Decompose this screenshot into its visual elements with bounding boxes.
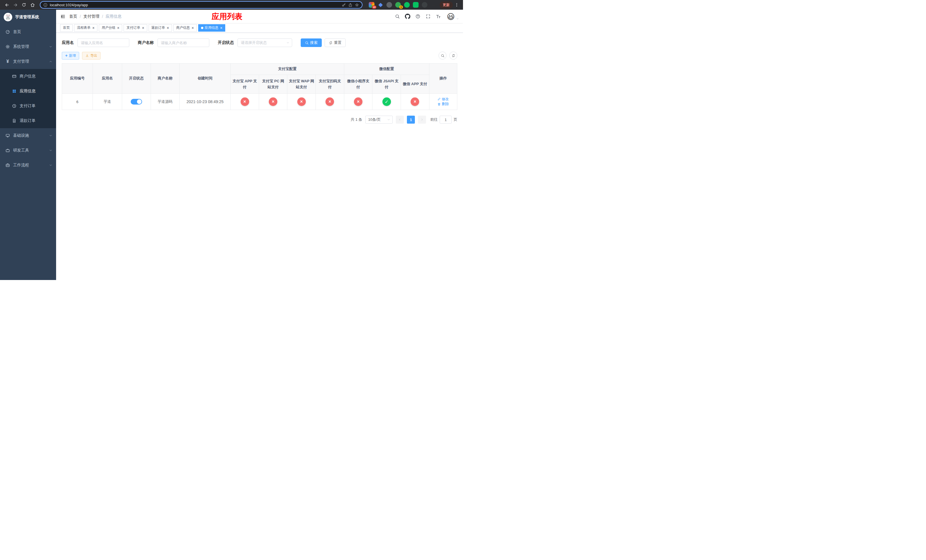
sidebar-item-dev-tools[interactable]: 研发工具 [0, 143, 56, 158]
tab-home[interactable]: 首页 [60, 24, 73, 32]
col-app-name: 应用名 [93, 64, 122, 94]
close-icon[interactable]: × [167, 26, 169, 30]
app-logo[interactable]: 🐰 芋道管理系统 [0, 10, 56, 24]
search-button[interactable]: 搜索 [301, 38, 322, 47]
extension-green-square-icon[interactable] [413, 2, 419, 8]
close-icon[interactable]: × [192, 26, 194, 30]
page-number-button[interactable]: 1 [407, 116, 415, 124]
toggle-search-button[interactable] [439, 51, 446, 59]
reset-button[interactable]: 重置 [325, 38, 346, 47]
merchant-name-input[interactable] [157, 38, 209, 47]
edit-button[interactable]: 修改 [437, 97, 449, 102]
sidebar-item-refund-orders[interactable]: 退款订单 [0, 114, 56, 128]
chevron-left-icon [398, 118, 401, 121]
tab-process-form[interactable]: 流程表单× [74, 24, 97, 32]
close-icon[interactable]: × [220, 26, 222, 30]
browser-update-button[interactable]: 更新 [440, 2, 453, 9]
extension-pin-icon[interactable] [422, 2, 427, 8]
sidebar-item-app-info[interactable]: 应用信息 [0, 84, 56, 98]
export-button[interactable]: 导出 [82, 52, 100, 59]
add-button[interactable]: + 新增 [62, 52, 79, 59]
cell-actions: 修改 删除 [429, 94, 457, 110]
avatar[interactable]: 😃 [446, 12, 455, 21]
extension-dark-icon[interactable] [386, 2, 392, 8]
status-label: 开启状态 [218, 40, 234, 45]
fullscreen-button[interactable] [424, 12, 433, 21]
search-icon [305, 41, 309, 45]
github-button[interactable] [403, 12, 412, 21]
tab-app-info[interactable]: 应用信息× [198, 24, 225, 32]
tab-refund-orders[interactable]: 退款订单× [149, 24, 172, 32]
browser-menu-button[interactable] [453, 1, 460, 9]
extension-green-icon[interactable]: 1 [395, 2, 401, 8]
alipay-pc-status-icon: × [269, 97, 277, 106]
font-size-button[interactable] [434, 12, 443, 21]
bookmark-star-icon[interactable] [355, 3, 359, 7]
extension-wechat-icon[interactable] [404, 2, 410, 8]
extension-badge: 10 [372, 5, 377, 9]
extension-emoji-icon[interactable]: 😀 [431, 2, 436, 8]
sidebar-item-home[interactable]: 首页 [0, 24, 56, 39]
gear-icon [5, 44, 10, 49]
browser-forward-button[interactable] [11, 1, 20, 9]
extension-grid-icon[interactable]: 10 [369, 2, 374, 8]
col-alipay-app: 支付宝 APP 支付 [231, 75, 259, 94]
close-icon[interactable]: × [92, 26, 95, 30]
share-icon[interactable] [348, 3, 353, 7]
download-icon [85, 54, 89, 57]
browser-back-button[interactable] [3, 1, 11, 9]
password-key-icon[interactable] [342, 3, 346, 7]
address-bar[interactable]: localhost:1024/pay/app [40, 1, 363, 9]
sidebar-item-infrastructure[interactable]: 基础设施 [0, 128, 56, 143]
site-info-icon[interactable] [43, 3, 48, 7]
hamburger-icon [61, 14, 65, 19]
extension-gem-icon[interactable] [378, 2, 383, 8]
extension-badge: 1 [399, 5, 403, 9]
delete-button[interactable]: 删除 [437, 102, 449, 106]
workflow-icon [5, 163, 10, 168]
close-icon[interactable]: × [142, 26, 144, 30]
sidebar-item-workflow[interactable]: 工作流程 [0, 158, 56, 173]
next-page-button[interactable] [418, 116, 426, 124]
tab-user-group[interactable]: 用户分组× [99, 24, 122, 32]
chevron-down-icon [49, 134, 52, 137]
github-icon [405, 14, 410, 19]
cell-merchant: 芋道源码 [151, 94, 179, 110]
goto-page-input[interactable] [440, 116, 452, 124]
sidebar-toggle-button[interactable] [58, 10, 68, 23]
browser-home-button[interactable] [29, 1, 36, 9]
cell-status [122, 94, 151, 110]
breadcrumb-home[interactable]: 首页 [69, 14, 77, 19]
alipay-wap-status-icon: × [297, 97, 306, 106]
url-text[interactable]: localhost:1024/pay/app [50, 3, 339, 7]
toolbox-icon [5, 148, 10, 153]
status-select[interactable]: 请选择开启状态 [238, 38, 292, 47]
main-area: 首页 / 支付管理 / 应用信息 应用列表 [56, 10, 463, 280]
forward-arrow-icon [13, 3, 18, 8]
prev-page-button[interactable] [396, 116, 404, 124]
sidebar-item-pay-orders[interactable]: 支付订单 [0, 98, 56, 114]
clock-icon [12, 104, 17, 108]
fullscreen-icon [426, 14, 431, 19]
help-button[interactable] [413, 12, 422, 21]
sidebar-item-system[interactable]: 系统管理 [0, 39, 56, 54]
refresh-table-button[interactable] [449, 51, 457, 59]
tab-merchant-info[interactable]: 商户信息× [173, 24, 197, 32]
header-search-button[interactable] [393, 12, 402, 21]
alipay-app-status-icon: × [241, 97, 249, 106]
pagination: 共 1 条 10条/页 1 前往 页 [62, 116, 457, 124]
col-alipay-qr: 支付宝扫码支付 [316, 75, 344, 94]
close-icon[interactable]: × [117, 26, 119, 30]
sidebar-item-payment[interactable]: ¥ 支付管理 [0, 54, 56, 69]
app-name-input[interactable] [77, 38, 129, 47]
page-size-select[interactable]: 10条/页 [365, 116, 393, 124]
breadcrumb-payment[interactable]: 支付管理 [83, 14, 99, 19]
status-toggle[interactable] [131, 99, 142, 104]
user-menu[interactable]: 😃 [446, 12, 459, 21]
tab-pay-orders[interactable]: 支付订单× [124, 24, 147, 32]
group-wechat-config: 微信配置 [344, 64, 429, 75]
col-actions: 操作 [429, 64, 457, 94]
app-name-label: 应用名 [62, 40, 74, 45]
sidebar-item-merchant-info[interactable]: 商户信息 [0, 69, 56, 84]
browser-reload-button[interactable] [20, 1, 28, 9]
